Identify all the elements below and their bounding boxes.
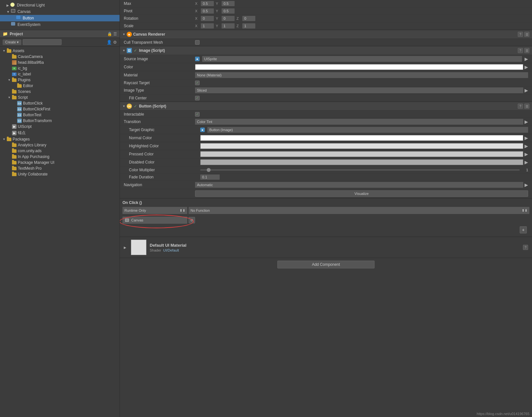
tree-item-label: ic_bg bbox=[18, 66, 27, 71]
menu-icon[interactable]: ☰ bbox=[113, 32, 117, 36]
material-dropdown[interactable]: None (Material) bbox=[195, 72, 528, 78]
tree-item-ic-label[interactable]: T ic_label bbox=[0, 71, 120, 77]
tree-item-in-app-purchasing[interactable]: In App Purchasing bbox=[0, 154, 120, 160]
create-button[interactable]: Create ▾ bbox=[3, 39, 21, 45]
target-graphic-value: ■ Button (Image) bbox=[200, 127, 528, 133]
navigation-dropdown[interactable]: Automatic bbox=[195, 182, 523, 188]
transition-dropdown[interactable]: Color Tint bbox=[195, 119, 523, 125]
hierarchy-item-event-system[interactable]: EventSystem bbox=[0, 21, 120, 28]
tree-item-buttonclick[interactable]: C# ButtonClick bbox=[0, 100, 120, 106]
folder-icon bbox=[12, 90, 17, 94]
tree-item-packages[interactable]: ▼ Packages bbox=[0, 136, 120, 142]
canvas-renderer-controls: ? ☰ bbox=[518, 32, 529, 37]
rotation-x-value[interactable]: 0 bbox=[201, 16, 214, 21]
fade-duration-input[interactable]: 0.1 bbox=[200, 175, 220, 180]
visualize-button[interactable]: Visualize bbox=[195, 190, 528, 197]
hierarchy-item-directional-light[interactable]: ▶ Directional Light bbox=[0, 2, 120, 8]
tree-item-ic-bg[interactable]: ≡ ic_bg bbox=[0, 65, 120, 71]
color-picker[interactable] bbox=[195, 64, 523, 70]
hierarchy-item-canvas[interactable]: ▼ Canvas bbox=[0, 8, 120, 15]
source-image-arrow[interactable]: ▶ bbox=[525, 56, 528, 62]
tree-item-head[interactable]: head.88ba9f6a bbox=[0, 60, 120, 65]
normal-color-picker[interactable] bbox=[200, 135, 523, 141]
image-script-header[interactable]: ▼ 🖼 ✓ Image (Script) ? ☰ bbox=[120, 46, 532, 55]
cull-transparent-checkbox[interactable] bbox=[195, 40, 200, 45]
pivot-x-value[interactable]: 0.5 bbox=[201, 8, 214, 14]
fill-center-row: Fill Center bbox=[120, 95, 532, 102]
tree-item-label: Assets bbox=[13, 49, 24, 53]
image-type-arrow[interactable]: ▶ bbox=[525, 88, 528, 93]
canvas-object-field[interactable]: Canvas bbox=[122, 217, 187, 224]
source-image-dropdown[interactable]: UISprite bbox=[202, 56, 522, 62]
image-type-dropdown[interactable]: Sliced bbox=[195, 87, 523, 93]
scale-x-value[interactable]: 1 bbox=[201, 23, 214, 28]
highlighted-color-picker[interactable] bbox=[200, 143, 523, 149]
tree-item-textmesh[interactable]: TextMesh Pro bbox=[0, 165, 120, 171]
normal-color-arrow[interactable]: ▶ bbox=[525, 135, 528, 141]
tree-item-plugins[interactable]: ▼ Plugins bbox=[0, 77, 120, 83]
tree-item-package-manager[interactable]: Package Manager UI bbox=[0, 160, 120, 165]
tree-item-uiscript[interactable]: ▶ UIScript bbox=[0, 124, 120, 130]
project-toolbar: Create ▾ 👤 ⚙ bbox=[0, 38, 120, 47]
material-name: Default UI Material bbox=[150, 243, 186, 248]
help-button[interactable]: ? bbox=[518, 32, 523, 37]
tree-item-buttontransform[interactable]: C# ButtonTransform bbox=[0, 118, 120, 124]
tree-item-anchor[interactable]: ▶ 锚点 bbox=[0, 130, 120, 136]
scale-y-value[interactable]: 1 bbox=[222, 23, 235, 28]
tree-item-label: ButtonClickFirst bbox=[23, 107, 50, 111]
settings-button[interactable]: ☰ bbox=[524, 48, 529, 53]
tree-item-assets[interactable]: ▼ Assets bbox=[0, 48, 120, 54]
target-graphic-dropdown[interactable]: Button (Image) bbox=[207, 127, 528, 133]
search-input[interactable] bbox=[23, 39, 62, 45]
max-x-value[interactable]: 0.5 bbox=[201, 1, 214, 6]
help-button[interactable]: ? bbox=[518, 48, 523, 53]
navigation-arrow[interactable]: ▶ bbox=[525, 182, 528, 187]
disabled-color-picker[interactable] bbox=[200, 159, 523, 165]
tree-item-scenes[interactable]: Scenes bbox=[0, 89, 120, 95]
raycast-checkbox[interactable] bbox=[195, 81, 200, 85]
tree-item-analytics[interactable]: Analytics Library bbox=[0, 142, 120, 148]
canvas-renderer-header[interactable]: ▼ ◉ Canvas Renderer ? ☰ bbox=[120, 30, 532, 39]
settings-button[interactable]: ☰ bbox=[524, 32, 529, 37]
pressed-color-arrow[interactable]: ▶ bbox=[525, 152, 528, 157]
gear-button[interactable]: ⚙ bbox=[189, 217, 195, 223]
color-arrow[interactable]: ▶ bbox=[525, 64, 528, 70]
settings-button[interactable]: ☰ bbox=[524, 104, 529, 109]
slider-track[interactable] bbox=[200, 169, 520, 171]
slider-thumb[interactable] bbox=[207, 168, 211, 172]
tree-item-buttonclickfirst[interactable]: C# ButtonClickFirst bbox=[0, 106, 120, 112]
max-y-value[interactable]: 0.5 bbox=[222, 1, 235, 6]
image-icon bbox=[12, 60, 17, 65]
tree-item-label: Scenes bbox=[18, 89, 31, 94]
material-arrow[interactable]: ▶ bbox=[124, 246, 126, 249]
tree-item-unity-collaborate[interactable]: Unity Collaborate bbox=[0, 171, 120, 177]
raycast-label: Raycast Target bbox=[124, 81, 195, 85]
pressed-color-picker[interactable] bbox=[200, 151, 523, 157]
hierarchy-item-button[interactable]: Button bbox=[0, 15, 120, 21]
onclick-add-button[interactable]: + bbox=[520, 226, 527, 233]
no-function-dropdown[interactable]: No Function ⬆⬇ bbox=[189, 207, 529, 214]
scale-z-value[interactable]: 1 bbox=[242, 23, 255, 28]
pivot-y-value[interactable]: 0.5 bbox=[222, 8, 235, 14]
rotation-z-value[interactable]: 0 bbox=[242, 16, 255, 21]
transition-arrow[interactable]: ▶ bbox=[525, 119, 528, 124]
tree-item-cavam-camera[interactable]: CavasCamera bbox=[0, 54, 120, 60]
help-button[interactable]: ? bbox=[518, 104, 523, 109]
interactable-checkbox[interactable] bbox=[195, 112, 200, 117]
fill-center-checkbox[interactable] bbox=[195, 96, 200, 100]
runtime-label: Runtime Only bbox=[124, 208, 146, 212]
tree-item-script[interactable]: ▼ Script bbox=[0, 95, 120, 100]
add-component-button[interactable]: Add Component bbox=[277, 261, 375, 268]
highlighted-color-arrow[interactable]: ▶ bbox=[525, 143, 528, 149]
highlighted-color-row: Highlighted Color ▶ bbox=[120, 142, 532, 150]
button-script-header[interactable]: ▼ OK ✓ Button (Script) ? ☰ bbox=[120, 102, 532, 111]
tree-item-com-unity-ads[interactable]: com.unity.ads bbox=[0, 148, 120, 154]
tree-item-editor[interactable]: Editor bbox=[0, 83, 120, 89]
tree-item-buttontest[interactable]: C# ButtonTest bbox=[0, 112, 120, 118]
rotation-y-value[interactable]: 0 bbox=[222, 16, 235, 21]
disabled-color-arrow[interactable]: ▶ bbox=[525, 160, 528, 165]
runtime-dropdown[interactable]: Runtime Only ⬆⬇ bbox=[122, 207, 187, 214]
lock-icon[interactable]: 🔒 bbox=[107, 32, 112, 36]
material-preview bbox=[131, 240, 146, 255]
material-help-button[interactable]: ? bbox=[523, 245, 528, 250]
